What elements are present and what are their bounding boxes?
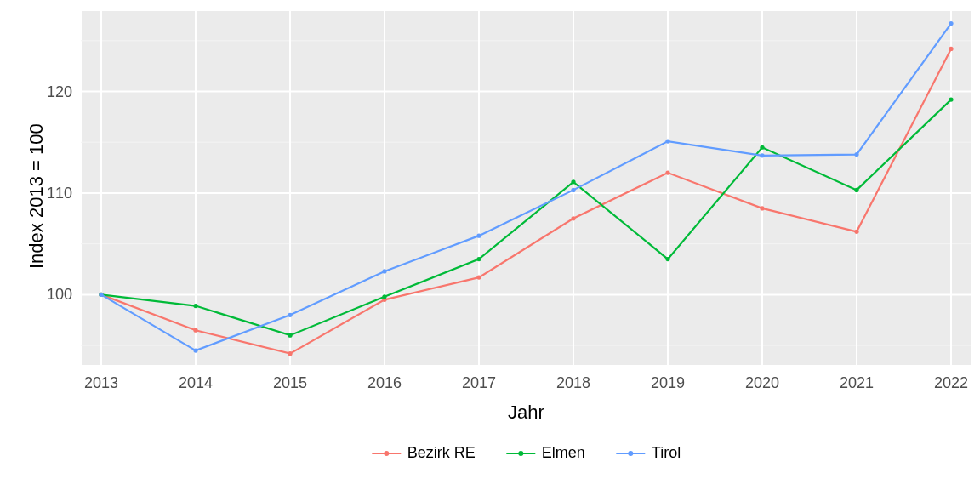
legend: Bezirk REElmenTirol xyxy=(372,444,681,462)
series-point xyxy=(571,216,575,220)
series-point xyxy=(382,269,386,273)
series-point xyxy=(382,294,386,299)
series-point xyxy=(665,170,669,174)
y-tick-label: 120 xyxy=(47,83,72,100)
series-point xyxy=(949,47,953,51)
x-tick-label: 2013 xyxy=(84,374,118,392)
series-point xyxy=(288,333,292,338)
series-point xyxy=(193,328,197,333)
series-point xyxy=(99,293,103,297)
x-tick-label: 2020 xyxy=(745,374,779,392)
x-tick-label: 2022 xyxy=(934,374,968,392)
x-tick-label: 2014 xyxy=(179,374,213,392)
series-point xyxy=(571,179,575,184)
series-point xyxy=(571,188,575,192)
series-point xyxy=(760,153,764,157)
plot-svg xyxy=(0,0,980,490)
legend-swatch-icon xyxy=(372,447,401,459)
legend-swatch-icon xyxy=(616,447,645,459)
series-point xyxy=(854,230,858,234)
series-point xyxy=(665,139,669,143)
series-line xyxy=(101,24,951,351)
series-point xyxy=(476,234,481,238)
y-tick-label: 110 xyxy=(47,184,72,202)
series-line xyxy=(101,48,951,353)
x-tick-label: 2015 xyxy=(273,374,307,392)
chart-container: Index 2013 = 100 Jahr 201320142015201620… xyxy=(0,0,980,490)
series-point xyxy=(760,206,764,210)
series-point xyxy=(476,257,481,261)
x-tick-label: 2021 xyxy=(840,374,874,392)
legend-label: Tirol xyxy=(652,444,681,462)
x-axis-title: Jahr xyxy=(508,402,544,424)
legend-item: Bezirk RE xyxy=(372,444,476,462)
series-point xyxy=(288,313,292,317)
series-point xyxy=(949,97,953,101)
series-point xyxy=(949,21,953,26)
y-tick-label: 100 xyxy=(47,286,72,304)
y-axis-title: Index 2013 = 100 xyxy=(26,123,48,269)
legend-swatch-icon xyxy=(506,447,535,459)
series-point xyxy=(193,304,197,308)
series-point xyxy=(288,351,292,356)
legend-label: Bezirk RE xyxy=(407,444,476,462)
series-point xyxy=(476,275,481,279)
x-tick-label: 2017 xyxy=(462,374,496,392)
x-tick-label: 2019 xyxy=(651,374,685,392)
series-point xyxy=(854,188,858,192)
series-point xyxy=(760,145,764,150)
series-point xyxy=(854,152,858,157)
series-line xyxy=(101,100,951,335)
series-point xyxy=(193,348,197,352)
x-tick-label: 2018 xyxy=(556,374,590,392)
legend-item: Tirol xyxy=(616,444,681,462)
legend-label: Elmen xyxy=(542,444,585,462)
legend-item: Elmen xyxy=(506,444,585,462)
series-point xyxy=(665,257,669,261)
x-tick-label: 2016 xyxy=(368,374,402,392)
